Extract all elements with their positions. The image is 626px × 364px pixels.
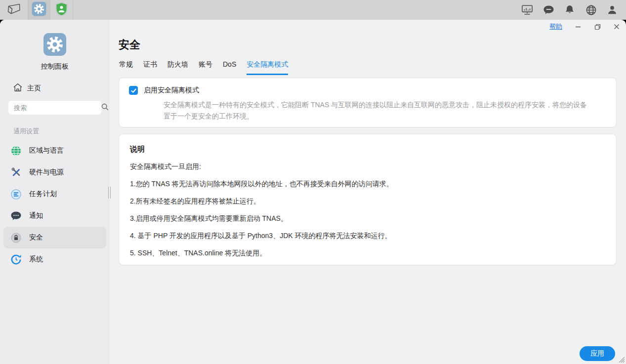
note-item: 3.启用或停用安全隔离模式均需要重新启动 TNAS。: [130, 213, 604, 223]
notifications-bell-icon[interactable]: [564, 4, 576, 16]
tab-bar: 常规 证书 防火墙 账号 DoS 安全隔离模式: [119, 60, 288, 75]
sidebar-item-home[interactable]: 主页: [13, 83, 52, 93]
home-label: 主页: [27, 84, 41, 93]
close-icon[interactable]: [613, 23, 620, 30]
sidebar-item[interactable]: 通知: [3, 205, 106, 227]
control-panel-window: 帮助 控制面板 主页: [0, 20, 626, 364]
sidebar: 控制面板 主页 通用设置 区域与语言: [0, 20, 110, 364]
window-resize-handle[interactable]: [618, 356, 626, 364]
taskbar-apps: [0, 0, 73, 20]
tab[interactable]: 防火墙: [167, 60, 188, 75]
network-globe-icon[interactable]: [585, 4, 597, 16]
sidebar-item[interactable]: 系统: [3, 248, 106, 270]
note-item: 5. SSH、Telnet、TNAS.online 将无法使用。: [130, 248, 604, 258]
tnas-logo-icon: [6, 2, 21, 18]
tasks-icon: [10, 189, 22, 200]
sidebar-item[interactable]: 硬件与电源: [3, 162, 106, 183]
note-item: 2.所有未经签名的应用程序将被禁止运行。: [130, 196, 604, 206]
sidebar-menu: 区域与语言 硬件与电源 任务计划 通知: [0, 137, 110, 270]
note-item: 4. 基于 PHP 开发的应用程序以及基于 Python3、JDK 环境的程序将…: [130, 231, 604, 241]
tab-content: 启用安全隔离模式 安全隔离模式是一种特有的安全模式，它能阻断 TNAS 与互联网…: [119, 78, 617, 265]
tab[interactable]: 安全隔离模式: [247, 60, 288, 75]
user-icon[interactable]: [606, 4, 618, 16]
sidebar-item[interactable]: 安全: [3, 227, 106, 248]
minimize-icon[interactable]: [575, 23, 582, 30]
lock-icon: [10, 232, 22, 243]
note-item: 1.您的 TNAS 将无法再访问除本地网段以外的地址，也不再接受来自外网的访问请…: [130, 179, 604, 189]
system-icon: [10, 254, 22, 265]
isolation-checkbox-label: 启用安全隔离模式: [144, 86, 199, 95]
tab[interactable]: 常规: [119, 60, 133, 75]
app-title: 控制面板: [0, 62, 110, 71]
tnas-logo-button[interactable]: [0, 0, 28, 20]
notes-intro: 安全隔离模式一旦启用:: [130, 162, 604, 171]
sidebar-section-label: 通用设置: [13, 127, 110, 136]
isolation-card: 启用安全隔离模式 安全隔离模式是一种特有的安全模式，它能阻断 TNAS 与互联网…: [119, 78, 617, 127]
security-center-app-button[interactable]: [50, 0, 73, 20]
control-panel-gear-icon: [43, 33, 67, 56]
control-panel-app-button[interactable]: [28, 0, 50, 20]
messages-icon[interactable]: [543, 4, 554, 16]
sidebar-item[interactable]: 区域与语言: [3, 140, 106, 162]
control-panel-gear-icon: [32, 1, 46, 18]
chat-icon: [10, 210, 22, 222]
taskbar: [0, 0, 626, 20]
resource-monitor-icon[interactable]: [521, 4, 533, 16]
sidebar-item[interactable]: 任务计划: [3, 183, 106, 205]
globe-icon: [10, 145, 22, 157]
security-shield-icon: [55, 2, 68, 18]
restore-icon[interactable]: [594, 23, 601, 30]
tab[interactable]: 账号: [199, 60, 212, 75]
window-controls: 帮助: [549, 22, 620, 31]
tab[interactable]: 证书: [143, 60, 157, 75]
apply-button[interactable]: 应用: [580, 346, 615, 361]
tools-icon: [10, 167, 22, 178]
search-input[interactable]: [14, 104, 101, 112]
isolation-description: 安全隔离模式是一种特有的安全模式，它能阻断 TNAS 与互联网的连接以阻止来自互…: [164, 99, 592, 122]
search-icon: [101, 103, 109, 113]
notes-card: 说明 安全隔离模式一旦启用: 1.您的 TNAS 将无法再访问除本地网段以外的地…: [119, 134, 617, 265]
notes-title: 说明: [130, 145, 604, 154]
notes-list: 1.您的 TNAS 将无法再访问除本地网段以外的地址，也不再接受来自外网的访问请…: [130, 179, 604, 258]
home-icon: [13, 83, 23, 93]
page-title: 安全: [119, 38, 140, 52]
tab[interactable]: DoS: [223, 60, 236, 75]
isolation-checkbox[interactable]: [129, 86, 138, 95]
taskbar-tray: [521, 4, 618, 16]
main-panel: 安全 常规 证书 防火墙 账号 DoS 安全隔离模式: [110, 20, 626, 364]
search-box: [8, 101, 101, 115]
help-link[interactable]: 帮助: [549, 22, 562, 31]
